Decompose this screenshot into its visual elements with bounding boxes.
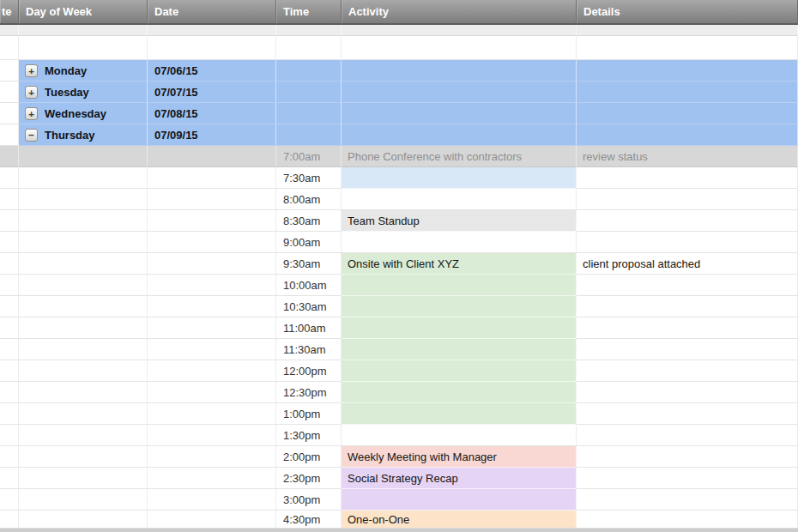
activity-cell[interactable]: Social Strategy Recap bbox=[342, 468, 577, 489]
sheet-cell[interactable] bbox=[19, 511, 148, 529]
sheet-cell[interactable] bbox=[577, 124, 798, 146]
sheet-cell[interactable] bbox=[148, 253, 276, 275]
details-cell[interactable] bbox=[577, 317, 798, 339]
sheet-cell[interactable] bbox=[148, 36, 276, 60]
sheet-cell[interactable] bbox=[19, 167, 148, 189]
time-cell[interactable]: 12:00pm bbox=[276, 360, 342, 382]
sheet-cell[interactable] bbox=[19, 253, 148, 275]
sheet-cell[interactable] bbox=[276, 36, 342, 60]
expand-toggle-icon[interactable]: + bbox=[25, 107, 38, 120]
sheet-cell[interactable] bbox=[148, 360, 276, 382]
sheet-cell[interactable] bbox=[0, 36, 19, 60]
details-cell[interactable] bbox=[577, 232, 798, 253]
sheet-cell[interactable] bbox=[0, 425, 19, 446]
collapse-toggle-icon[interactable]: − bbox=[25, 129, 38, 142]
sheet-cell[interactable] bbox=[342, 60, 577, 82]
sheet-cell[interactable] bbox=[19, 425, 148, 446]
details-cell[interactable] bbox=[577, 446, 798, 468]
sheet-cell[interactable] bbox=[148, 317, 276, 339]
sheet-cell[interactable] bbox=[148, 296, 276, 317]
time-cell[interactable]: 11:00am bbox=[276, 317, 342, 339]
sheet-cell[interactable] bbox=[0, 124, 19, 146]
day-cell[interactable]: −Thursday bbox=[19, 124, 148, 146]
sheet-cell[interactable] bbox=[342, 36, 577, 60]
sheet-cell[interactable] bbox=[148, 339, 276, 360]
day-cell[interactable]: +Wednesday bbox=[19, 103, 148, 124]
sheet-cell[interactable] bbox=[19, 382, 148, 403]
sheet-cell[interactable] bbox=[19, 339, 148, 360]
sheet-cell[interactable] bbox=[0, 275, 19, 296]
expand-toggle-icon[interactable]: + bbox=[25, 86, 38, 99]
details-cell[interactable] bbox=[577, 403, 798, 425]
activity-cell[interactable] bbox=[342, 489, 577, 511]
details-cell[interactable] bbox=[577, 189, 798, 210]
activity-cell[interactable]: Weekly Meeting with Manager bbox=[342, 446, 577, 468]
sheet-cell[interactable] bbox=[19, 189, 148, 210]
sheet-cell[interactable] bbox=[577, 36, 798, 60]
details-cell[interactable] bbox=[577, 382, 798, 403]
sheet-cell[interactable] bbox=[19, 232, 148, 253]
sheet-cell[interactable] bbox=[19, 360, 148, 382]
activity-cell[interactable] bbox=[342, 275, 577, 296]
sheet-cell[interactable] bbox=[19, 36, 148, 60]
sheet-cell[interactable] bbox=[19, 403, 148, 425]
time-cell[interactable]: 2:30pm bbox=[276, 468, 342, 489]
sheet-cell[interactable] bbox=[148, 275, 276, 296]
sheet-cell[interactable] bbox=[0, 317, 19, 339]
sheet-cell[interactable] bbox=[148, 425, 276, 446]
time-cell[interactable]: 7:30am bbox=[276, 167, 342, 189]
time-cell[interactable]: 7:00am bbox=[276, 146, 342, 167]
date-cell[interactable]: 07/07/15 bbox=[148, 82, 276, 103]
sheet-cell[interactable] bbox=[276, 124, 342, 146]
sheet-cell[interactable] bbox=[148, 511, 276, 529]
activity-cell[interactable]: One-on-One bbox=[342, 511, 577, 529]
details-cell[interactable] bbox=[577, 360, 798, 382]
activity-cell[interactable] bbox=[342, 339, 577, 360]
activity-cell[interactable] bbox=[342, 317, 577, 339]
time-cell[interactable]: 2:00pm bbox=[276, 446, 342, 468]
activity-cell[interactable]: Onsite with Client XYZ bbox=[342, 253, 577, 275]
sheet-cell[interactable] bbox=[19, 446, 148, 468]
time-cell[interactable]: 8:00am bbox=[276, 189, 342, 210]
expand-toggle-icon[interactable]: + bbox=[25, 64, 38, 77]
sheet-cell[interactable] bbox=[148, 210, 276, 232]
time-cell[interactable]: 4:30pm bbox=[276, 511, 342, 529]
details-cell[interactable] bbox=[577, 511, 798, 529]
details-cell[interactable] bbox=[577, 275, 798, 296]
sheet-cell[interactable] bbox=[577, 103, 798, 124]
time-cell[interactable]: 1:30pm bbox=[276, 425, 342, 446]
date-cell[interactable]: 07/09/15 bbox=[148, 124, 276, 146]
sheet-cell[interactable] bbox=[0, 210, 19, 232]
sheet-cell[interactable] bbox=[0, 82, 19, 103]
details-cell[interactable] bbox=[577, 425, 798, 446]
time-cell[interactable]: 11:30am bbox=[276, 339, 342, 360]
sheet-cell[interactable] bbox=[148, 468, 276, 489]
details-cell[interactable]: client proposal attached bbox=[577, 253, 798, 275]
sheet-cell[interactable] bbox=[0, 360, 19, 382]
sheet-cell[interactable] bbox=[0, 103, 19, 124]
time-cell[interactable]: 12:30pm bbox=[276, 382, 342, 403]
sheet-cell[interactable] bbox=[276, 60, 342, 82]
activity-cell[interactable]: Phone Conference with contractors bbox=[342, 146, 577, 167]
sheet-cell[interactable] bbox=[0, 296, 19, 317]
sheet-cell[interactable] bbox=[19, 468, 148, 489]
sheet-cell[interactable] bbox=[0, 253, 19, 275]
sheet-cell[interactable] bbox=[0, 60, 19, 82]
sheet-cell[interactable] bbox=[342, 103, 577, 124]
sheet-cell[interactable] bbox=[342, 124, 577, 146]
sheet-cell[interactable] bbox=[19, 146, 148, 167]
sheet-cell[interactable] bbox=[577, 60, 798, 82]
sheet-cell[interactable] bbox=[577, 82, 798, 103]
sheet-cell[interactable] bbox=[0, 382, 19, 403]
sheet-cell[interactable] bbox=[0, 403, 19, 425]
time-cell[interactable]: 10:00am bbox=[276, 275, 342, 296]
sheet-cell[interactable] bbox=[19, 296, 148, 317]
details-cell[interactable] bbox=[577, 210, 798, 232]
activity-cell[interactable] bbox=[342, 167, 577, 189]
sheet-cell[interactable] bbox=[19, 489, 148, 511]
date-cell[interactable]: 07/06/15 bbox=[148, 60, 276, 82]
day-cell[interactable]: +Tuesday bbox=[19, 82, 148, 103]
day-cell[interactable]: +Monday bbox=[19, 60, 148, 82]
sheet-cell[interactable] bbox=[0, 446, 19, 468]
sheet-cell[interactable] bbox=[148, 489, 276, 511]
